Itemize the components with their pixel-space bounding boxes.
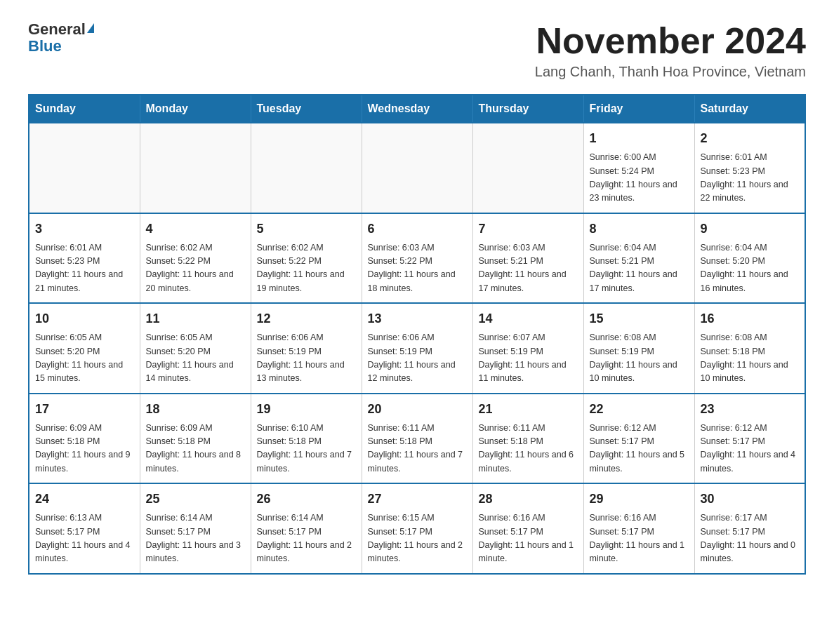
calendar-cell: 11Sunrise: 6:05 AMSunset: 5:20 PMDayligh… (140, 303, 251, 394)
logo-general: General (28, 21, 86, 38)
day-info: Sunrise: 6:04 AMSunset: 5:20 PMDaylight:… (701, 241, 800, 296)
calendar-cell: 24Sunrise: 6:13 AMSunset: 5:17 PMDayligh… (29, 483, 140, 574)
title-area: November 2024 Lang Chanh, Thanh Hoa Prov… (535, 21, 806, 80)
day-number: 17 (35, 400, 134, 419)
day-number: 12 (257, 309, 356, 328)
day-info: Sunrise: 6:08 AMSunset: 5:19 PMDaylight:… (590, 331, 689, 386)
calendar-cell (362, 123, 472, 213)
calendar-body: 1Sunrise: 6:00 AMSunset: 5:24 PMDaylight… (29, 123, 805, 574)
calendar-cell (251, 123, 362, 213)
calendar-cell: 1Sunrise: 6:00 AMSunset: 5:24 PMDaylight… (583, 123, 694, 213)
day-number: 9 (701, 220, 800, 239)
day-number: 16 (701, 309, 800, 328)
calendar-cell: 25Sunrise: 6:14 AMSunset: 5:17 PMDayligh… (140, 483, 251, 574)
day-number: 19 (257, 400, 356, 419)
calendar-cell: 14Sunrise: 6:07 AMSunset: 5:19 PMDayligh… (472, 303, 583, 394)
calendar-cell: 8Sunrise: 6:04 AMSunset: 5:21 PMDaylight… (583, 213, 694, 304)
day-number: 6 (368, 220, 467, 239)
day-number: 30 (701, 490, 800, 509)
header-row: SundayMondayTuesdayWednesdayThursdayFrid… (29, 95, 805, 123)
day-info: Sunrise: 6:14 AMSunset: 5:17 PMDaylight:… (146, 511, 245, 566)
day-info: Sunrise: 6:11 AMSunset: 5:18 PMDaylight:… (479, 422, 578, 476)
calendar-cell: 20Sunrise: 6:11 AMSunset: 5:18 PMDayligh… (362, 394, 472, 484)
day-info: Sunrise: 6:00 AMSunset: 5:24 PMDaylight:… (590, 151, 689, 206)
day-number: 11 (146, 309, 245, 328)
day-info: Sunrise: 6:10 AMSunset: 5:18 PMDaylight:… (257, 422, 356, 476)
calendar-cell: 18Sunrise: 6:09 AMSunset: 5:18 PMDayligh… (140, 394, 251, 484)
calendar-cell: 5Sunrise: 6:02 AMSunset: 5:22 PMDaylight… (251, 213, 362, 304)
day-info: Sunrise: 6:09 AMSunset: 5:18 PMDaylight:… (146, 422, 245, 476)
calendar-cell: 23Sunrise: 6:12 AMSunset: 5:17 PMDayligh… (694, 394, 805, 484)
calendar-cell: 26Sunrise: 6:14 AMSunset: 5:17 PMDayligh… (251, 483, 362, 574)
day-info: Sunrise: 6:13 AMSunset: 5:17 PMDaylight:… (35, 511, 134, 566)
month-title: November 2024 (535, 21, 806, 61)
day-number: 23 (701, 400, 800, 419)
calendar-cell: 29Sunrise: 6:16 AMSunset: 5:17 PMDayligh… (583, 483, 694, 574)
calendar-cell: 3Sunrise: 6:01 AMSunset: 5:23 PMDaylight… (29, 213, 140, 304)
calendar-cell: 7Sunrise: 6:03 AMSunset: 5:21 PMDaylight… (472, 213, 583, 304)
calendar-table: SundayMondayTuesdayWednesdayThursdayFrid… (28, 94, 806, 575)
week-row-0: 1Sunrise: 6:00 AMSunset: 5:24 PMDaylight… (29, 123, 805, 213)
day-info: Sunrise: 6:03 AMSunset: 5:21 PMDaylight:… (479, 241, 578, 296)
calendar-cell: 15Sunrise: 6:08 AMSunset: 5:19 PMDayligh… (583, 303, 694, 394)
header-cell-tuesday: Tuesday (251, 95, 362, 123)
day-info: Sunrise: 6:02 AMSunset: 5:22 PMDaylight:… (146, 241, 245, 296)
day-number: 28 (479, 490, 578, 509)
day-number: 20 (368, 400, 467, 419)
day-info: Sunrise: 6:09 AMSunset: 5:18 PMDaylight:… (35, 422, 134, 476)
day-info: Sunrise: 6:02 AMSunset: 5:22 PMDaylight:… (257, 241, 356, 296)
calendar-cell (29, 123, 140, 213)
day-number: 25 (146, 490, 245, 509)
calendar-cell: 9Sunrise: 6:04 AMSunset: 5:20 PMDaylight… (694, 213, 805, 304)
day-info: Sunrise: 6:16 AMSunset: 5:17 PMDaylight:… (479, 511, 578, 566)
calendar-cell: 19Sunrise: 6:10 AMSunset: 5:18 PMDayligh… (251, 394, 362, 484)
calendar-cell: 27Sunrise: 6:15 AMSunset: 5:17 PMDayligh… (362, 483, 472, 574)
calendar-cell (472, 123, 583, 213)
day-info: Sunrise: 6:15 AMSunset: 5:17 PMDaylight:… (368, 511, 467, 566)
day-number: 1 (590, 129, 689, 148)
logo: General Blue (28, 21, 94, 55)
day-number: 5 (257, 220, 356, 239)
day-number: 27 (368, 490, 467, 509)
day-number: 22 (590, 400, 689, 419)
day-number: 18 (146, 400, 245, 419)
calendar-cell: 10Sunrise: 6:05 AMSunset: 5:20 PMDayligh… (29, 303, 140, 394)
calendar-cell: 22Sunrise: 6:12 AMSunset: 5:17 PMDayligh… (583, 394, 694, 484)
week-row-1: 3Sunrise: 6:01 AMSunset: 5:23 PMDaylight… (29, 213, 805, 304)
day-info: Sunrise: 6:05 AMSunset: 5:20 PMDaylight:… (35, 331, 134, 386)
calendar-cell: 4Sunrise: 6:02 AMSunset: 5:22 PMDaylight… (140, 213, 251, 304)
day-number: 21 (479, 400, 578, 419)
day-number: 13 (368, 309, 467, 328)
calendar-header: SundayMondayTuesdayWednesdayThursdayFrid… (29, 95, 805, 123)
day-info: Sunrise: 6:04 AMSunset: 5:21 PMDaylight:… (590, 241, 689, 296)
day-info: Sunrise: 6:07 AMSunset: 5:19 PMDaylight:… (479, 331, 578, 386)
location: Lang Chanh, Thanh Hoa Province, Vietnam (535, 64, 806, 80)
calendar-cell: 6Sunrise: 6:03 AMSunset: 5:22 PMDaylight… (362, 213, 472, 304)
day-info: Sunrise: 6:12 AMSunset: 5:17 PMDaylight:… (701, 422, 800, 476)
page-header: General Blue November 2024 Lang Chanh, T… (28, 21, 806, 80)
day-info: Sunrise: 6:16 AMSunset: 5:17 PMDaylight:… (590, 511, 689, 566)
header-cell-sunday: Sunday (29, 95, 140, 123)
day-number: 3 (35, 220, 134, 239)
day-number: 7 (479, 220, 578, 239)
day-info: Sunrise: 6:14 AMSunset: 5:17 PMDaylight:… (257, 511, 356, 566)
day-info: Sunrise: 6:11 AMSunset: 5:18 PMDaylight:… (368, 422, 467, 476)
day-number: 29 (590, 490, 689, 509)
calendar-cell: 17Sunrise: 6:09 AMSunset: 5:18 PMDayligh… (29, 394, 140, 484)
week-row-3: 17Sunrise: 6:09 AMSunset: 5:18 PMDayligh… (29, 394, 805, 484)
day-info: Sunrise: 6:03 AMSunset: 5:22 PMDaylight:… (368, 241, 467, 296)
day-info: Sunrise: 6:08 AMSunset: 5:18 PMDaylight:… (701, 331, 800, 386)
header-cell-friday: Friday (583, 95, 694, 123)
calendar-cell (140, 123, 251, 213)
day-info: Sunrise: 6:01 AMSunset: 5:23 PMDaylight:… (35, 241, 134, 296)
day-info: Sunrise: 6:01 AMSunset: 5:23 PMDaylight:… (701, 151, 800, 206)
week-row-4: 24Sunrise: 6:13 AMSunset: 5:17 PMDayligh… (29, 483, 805, 574)
day-number: 2 (701, 129, 800, 148)
day-number: 14 (479, 309, 578, 328)
calendar-cell: 16Sunrise: 6:08 AMSunset: 5:18 PMDayligh… (694, 303, 805, 394)
day-info: Sunrise: 6:12 AMSunset: 5:17 PMDaylight:… (590, 422, 689, 476)
day-info: Sunrise: 6:06 AMSunset: 5:19 PMDaylight:… (257, 331, 356, 386)
calendar-cell: 13Sunrise: 6:06 AMSunset: 5:19 PMDayligh… (362, 303, 472, 394)
day-number: 26 (257, 490, 356, 509)
day-number: 15 (590, 309, 689, 328)
